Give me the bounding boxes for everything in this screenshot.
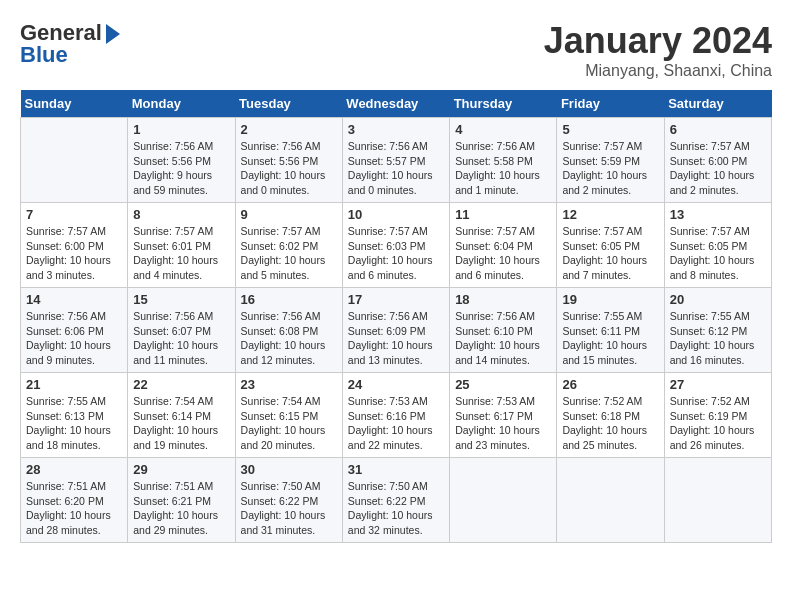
calendar-cell: 12Sunrise: 7:57 AM Sunset: 6:05 PM Dayli… (557, 203, 664, 288)
day-number: 13 (670, 207, 766, 222)
days-header-row: SundayMondayTuesdayWednesdayThursdayFrid… (21, 90, 772, 118)
day-info: Sunrise: 7:54 AM Sunset: 6:14 PM Dayligh… (133, 394, 229, 453)
day-number: 26 (562, 377, 658, 392)
day-info: Sunrise: 7:50 AM Sunset: 6:22 PM Dayligh… (241, 479, 337, 538)
calendar-cell: 15Sunrise: 7:56 AM Sunset: 6:07 PM Dayli… (128, 288, 235, 373)
week-row-1: 1Sunrise: 7:56 AM Sunset: 5:56 PM Daylig… (21, 118, 772, 203)
day-info: Sunrise: 7:57 AM Sunset: 6:05 PM Dayligh… (562, 224, 658, 283)
day-info: Sunrise: 7:57 AM Sunset: 6:02 PM Dayligh… (241, 224, 337, 283)
day-info: Sunrise: 7:56 AM Sunset: 5:56 PM Dayligh… (241, 139, 337, 198)
day-header-friday: Friday (557, 90, 664, 118)
page-header: General Blue January 2024 Mianyang, Shaa… (20, 20, 772, 80)
day-number: 3 (348, 122, 444, 137)
day-number: 9 (241, 207, 337, 222)
calendar-cell: 7Sunrise: 7:57 AM Sunset: 6:00 PM Daylig… (21, 203, 128, 288)
day-info: Sunrise: 7:54 AM Sunset: 6:15 PM Dayligh… (241, 394, 337, 453)
calendar-cell: 2Sunrise: 7:56 AM Sunset: 5:56 PM Daylig… (235, 118, 342, 203)
day-info: Sunrise: 7:57 AM Sunset: 6:00 PM Dayligh… (26, 224, 122, 283)
day-number: 11 (455, 207, 551, 222)
day-number: 23 (241, 377, 337, 392)
day-info: Sunrise: 7:56 AM Sunset: 5:57 PM Dayligh… (348, 139, 444, 198)
day-number: 21 (26, 377, 122, 392)
calendar-subtitle: Mianyang, Shaanxi, China (544, 62, 772, 80)
calendar-cell: 22Sunrise: 7:54 AM Sunset: 6:14 PM Dayli… (128, 373, 235, 458)
calendar-cell: 27Sunrise: 7:52 AM Sunset: 6:19 PM Dayli… (664, 373, 771, 458)
calendar-cell (450, 458, 557, 543)
day-number: 8 (133, 207, 229, 222)
day-info: Sunrise: 7:55 AM Sunset: 6:11 PM Dayligh… (562, 309, 658, 368)
day-number: 31 (348, 462, 444, 477)
calendar-cell: 11Sunrise: 7:57 AM Sunset: 6:04 PM Dayli… (450, 203, 557, 288)
calendar-cell: 30Sunrise: 7:50 AM Sunset: 6:22 PM Dayli… (235, 458, 342, 543)
calendar-cell: 21Sunrise: 7:55 AM Sunset: 6:13 PM Dayli… (21, 373, 128, 458)
calendar-cell (664, 458, 771, 543)
day-info: Sunrise: 7:57 AM Sunset: 6:01 PM Dayligh… (133, 224, 229, 283)
day-info: Sunrise: 7:57 AM Sunset: 6:00 PM Dayligh… (670, 139, 766, 198)
calendar-cell (557, 458, 664, 543)
day-info: Sunrise: 7:56 AM Sunset: 6:07 PM Dayligh… (133, 309, 229, 368)
calendar-cell: 9Sunrise: 7:57 AM Sunset: 6:02 PM Daylig… (235, 203, 342, 288)
day-info: Sunrise: 7:57 AM Sunset: 6:04 PM Dayligh… (455, 224, 551, 283)
day-number: 30 (241, 462, 337, 477)
calendar-title: January 2024 (544, 20, 772, 62)
day-info: Sunrise: 7:53 AM Sunset: 6:17 PM Dayligh… (455, 394, 551, 453)
day-info: Sunrise: 7:50 AM Sunset: 6:22 PM Dayligh… (348, 479, 444, 538)
day-info: Sunrise: 7:56 AM Sunset: 6:09 PM Dayligh… (348, 309, 444, 368)
day-number: 15 (133, 292, 229, 307)
day-header-thursday: Thursday (450, 90, 557, 118)
day-number: 24 (348, 377, 444, 392)
week-row-3: 14Sunrise: 7:56 AM Sunset: 6:06 PM Dayli… (21, 288, 772, 373)
calendar-cell: 19Sunrise: 7:55 AM Sunset: 6:11 PM Dayli… (557, 288, 664, 373)
day-number: 2 (241, 122, 337, 137)
calendar-cell: 3Sunrise: 7:56 AM Sunset: 5:57 PM Daylig… (342, 118, 449, 203)
day-info: Sunrise: 7:56 AM Sunset: 6:08 PM Dayligh… (241, 309, 337, 368)
day-number: 29 (133, 462, 229, 477)
title-section: January 2024 Mianyang, Shaanxi, China (544, 20, 772, 80)
day-info: Sunrise: 7:57 AM Sunset: 6:03 PM Dayligh… (348, 224, 444, 283)
calendar-cell (21, 118, 128, 203)
calendar-cell: 1Sunrise: 7:56 AM Sunset: 5:56 PM Daylig… (128, 118, 235, 203)
day-info: Sunrise: 7:52 AM Sunset: 6:18 PM Dayligh… (562, 394, 658, 453)
day-info: Sunrise: 7:57 AM Sunset: 6:05 PM Dayligh… (670, 224, 766, 283)
calendar-cell: 6Sunrise: 7:57 AM Sunset: 6:00 PM Daylig… (664, 118, 771, 203)
day-number: 28 (26, 462, 122, 477)
day-info: Sunrise: 7:55 AM Sunset: 6:13 PM Dayligh… (26, 394, 122, 453)
day-number: 19 (562, 292, 658, 307)
calendar-cell: 8Sunrise: 7:57 AM Sunset: 6:01 PM Daylig… (128, 203, 235, 288)
calendar-table: SundayMondayTuesdayWednesdayThursdayFrid… (20, 90, 772, 543)
day-number: 18 (455, 292, 551, 307)
calendar-cell: 31Sunrise: 7:50 AM Sunset: 6:22 PM Dayli… (342, 458, 449, 543)
day-number: 14 (26, 292, 122, 307)
day-info: Sunrise: 7:55 AM Sunset: 6:12 PM Dayligh… (670, 309, 766, 368)
logo-arrow-icon (106, 24, 120, 44)
day-number: 4 (455, 122, 551, 137)
logo: General Blue (20, 20, 120, 68)
day-info: Sunrise: 7:51 AM Sunset: 6:21 PM Dayligh… (133, 479, 229, 538)
calendar-cell: 18Sunrise: 7:56 AM Sunset: 6:10 PM Dayli… (450, 288, 557, 373)
day-number: 20 (670, 292, 766, 307)
day-number: 10 (348, 207, 444, 222)
day-info: Sunrise: 7:53 AM Sunset: 6:16 PM Dayligh… (348, 394, 444, 453)
calendar-cell: 23Sunrise: 7:54 AM Sunset: 6:15 PM Dayli… (235, 373, 342, 458)
day-header-monday: Monday (128, 90, 235, 118)
day-info: Sunrise: 7:56 AM Sunset: 6:10 PM Dayligh… (455, 309, 551, 368)
day-info: Sunrise: 7:57 AM Sunset: 5:59 PM Dayligh… (562, 139, 658, 198)
day-info: Sunrise: 7:52 AM Sunset: 6:19 PM Dayligh… (670, 394, 766, 453)
calendar-cell: 28Sunrise: 7:51 AM Sunset: 6:20 PM Dayli… (21, 458, 128, 543)
day-number: 7 (26, 207, 122, 222)
calendar-cell: 4Sunrise: 7:56 AM Sunset: 5:58 PM Daylig… (450, 118, 557, 203)
day-info: Sunrise: 7:56 AM Sunset: 5:58 PM Dayligh… (455, 139, 551, 198)
day-header-tuesday: Tuesday (235, 90, 342, 118)
calendar-cell: 14Sunrise: 7:56 AM Sunset: 6:06 PM Dayli… (21, 288, 128, 373)
day-info: Sunrise: 7:56 AM Sunset: 6:06 PM Dayligh… (26, 309, 122, 368)
day-header-sunday: Sunday (21, 90, 128, 118)
day-number: 27 (670, 377, 766, 392)
calendar-cell: 17Sunrise: 7:56 AM Sunset: 6:09 PM Dayli… (342, 288, 449, 373)
calendar-cell: 25Sunrise: 7:53 AM Sunset: 6:17 PM Dayli… (450, 373, 557, 458)
day-number: 22 (133, 377, 229, 392)
day-header-saturday: Saturday (664, 90, 771, 118)
day-info: Sunrise: 7:56 AM Sunset: 5:56 PM Dayligh… (133, 139, 229, 198)
day-info: Sunrise: 7:51 AM Sunset: 6:20 PM Dayligh… (26, 479, 122, 538)
calendar-cell: 26Sunrise: 7:52 AM Sunset: 6:18 PM Dayli… (557, 373, 664, 458)
calendar-cell: 5Sunrise: 7:57 AM Sunset: 5:59 PM Daylig… (557, 118, 664, 203)
